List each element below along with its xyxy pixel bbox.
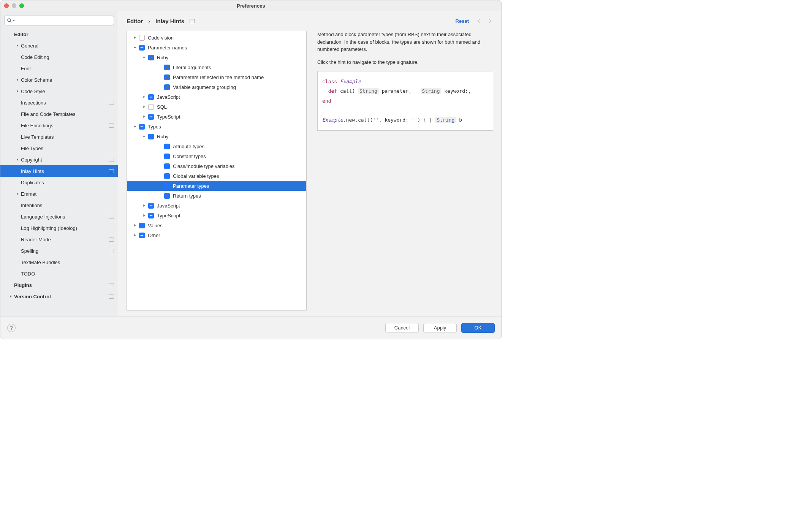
chevron-right-icon[interactable] [140,95,148,98]
sidebar-item[interactable]: Editor [0,28,118,40]
sidebar-item[interactable]: Language Injections [0,211,118,222]
type-hint[interactable]: String [421,88,442,94]
sidebar-item[interactable]: Intentions [0,200,118,211]
back-icon[interactable] [476,18,482,24]
sidebar-item[interactable]: Font [0,63,118,74]
checkbox[interactable] [148,114,154,120]
checkbox[interactable] [164,163,170,169]
checkbox[interactable] [164,173,170,179]
sidebar-item[interactable]: Copyright [0,154,118,165]
help-button[interactable]: ? [7,324,16,332]
hint-tree-item[interactable]: SQL [127,102,306,112]
hint-tree-item[interactable]: Variable arguments grouping [127,82,306,92]
keyword-def: def [328,88,337,94]
hint-tree-item[interactable]: Constant types [127,151,306,161]
sidebar-item[interactable]: Code Style [0,86,118,97]
chevron-right-icon[interactable] [140,214,148,217]
sidebar-item[interactable]: Inspections [0,97,118,108]
sidebar-item[interactable]: File Encodings [0,120,118,131]
hint-tree-item[interactable]: Ruby [127,131,306,141]
breadcrumb-current: Inlay Hints [155,18,184,24]
checkbox[interactable] [164,74,170,80]
sidebar-item[interactable]: Spelling [0,245,118,256]
sidebar-item[interactable]: Version Control [0,291,118,302]
ok-button[interactable]: OK [461,323,495,333]
checkbox[interactable] [164,183,170,189]
checkbox[interactable] [148,134,154,139]
hint-tree-item[interactable]: Values [127,220,306,230]
checkbox[interactable] [164,193,170,199]
sidebar-item[interactable]: Inlay Hints [0,165,118,177]
hint-tree-item[interactable]: Other [127,230,306,240]
chevron-down-icon[interactable] [131,46,139,49]
checkbox[interactable] [139,35,145,41]
checkbox[interactable] [164,65,170,70]
checkbox[interactable] [148,213,154,218]
hint-tree-item[interactable]: JavaScript [127,92,306,102]
checkbox[interactable] [148,203,154,209]
chevron-right-icon [14,158,21,161]
sidebar-item[interactable]: Duplicates [0,177,118,188]
hint-tree-item[interactable]: Literal arguments [127,62,306,72]
hint-tree-item[interactable]: Ruby [127,52,306,62]
scope-badge-icon [109,249,114,253]
param: keyword:, [444,88,471,94]
apply-button[interactable]: Apply [423,323,457,333]
checkbox[interactable] [148,94,154,100]
sidebar-item[interactable]: General [0,40,118,51]
hint-tree-item[interactable]: Global variable types [127,171,306,181]
search-field[interactable] [17,18,111,24]
hint-tree-item[interactable]: TypeScript [127,112,306,122]
type-hint[interactable]: String [358,88,379,94]
chevron-down-icon[interactable] [140,135,148,138]
chevron-right-icon[interactable] [140,105,148,108]
checkbox[interactable] [164,154,170,159]
chevron-right-icon[interactable] [131,224,139,227]
checkbox[interactable] [148,104,154,110]
checkbox[interactable] [139,233,145,238]
chevron-right-icon[interactable] [131,36,139,39]
chevron-right-icon[interactable] [140,204,148,207]
sidebar-item[interactable]: Log Highlighting (Ideolog) [0,222,118,234]
type-hint[interactable]: String [435,117,456,123]
checkbox[interactable] [164,84,170,90]
hint-tree-item[interactable]: JavaScript [127,201,306,211]
sidebar-item[interactable]: Plugins [0,279,118,291]
sidebar-item[interactable]: TextMate Bundles [0,256,118,268]
chevron-down-icon [12,19,16,22]
search-input[interactable] [4,16,114,25]
hint-tree-item[interactable]: TypeScript [127,211,306,220]
sidebar-item[interactable]: File Types [0,142,118,154]
breadcrumb-root[interactable]: Editor [127,18,143,24]
sidebar-item[interactable]: Code Editing [0,51,118,63]
checkbox[interactable] [139,124,145,130]
chevron-down-icon[interactable] [131,125,139,128]
checkbox[interactable] [139,223,145,228]
sidebar-tree[interactable]: EditorGeneralCode EditingFontColor Schem… [0,28,118,316]
checkbox[interactable] [139,45,145,51]
hint-tree-item[interactable]: Types [127,122,306,131]
hint-tree-item[interactable]: Parameters reflected in the method name [127,72,306,82]
chevron-right-icon[interactable] [131,234,139,237]
sidebar-item[interactable]: Color Scheme [0,74,118,86]
hint-tree-item[interactable]: Return types [127,191,306,201]
forward-icon[interactable] [487,18,493,24]
sidebar-item[interactable]: TODO [0,268,118,279]
hint-tree-item[interactable]: Parameter types [127,181,306,191]
chevron-right-icon[interactable] [140,115,148,118]
chevron-down-icon[interactable] [140,56,148,59]
hints-tree[interactable]: Code visionParameter namesRubyLiteral ar… [127,31,307,311]
sidebar-item[interactable]: Live Templates [0,131,118,142]
cancel-button[interactable]: Cancel [385,323,419,333]
sidebar-item[interactable]: Emmet [0,188,118,200]
hint-tree-item[interactable]: Parameter names [127,43,306,52]
sidebar-item[interactable]: Reader Mode [0,234,118,245]
string: '' [373,117,379,123]
sidebar-item[interactable]: File and Code Templates [0,108,118,120]
checkbox[interactable] [164,144,170,149]
hint-tree-item[interactable]: Attribute types [127,141,306,151]
hint-tree-item[interactable]: Code vision [127,33,306,43]
checkbox[interactable] [148,55,154,60]
hint-tree-item[interactable]: Class/module type variables [127,161,306,171]
reset-button[interactable]: Reset [456,18,469,24]
